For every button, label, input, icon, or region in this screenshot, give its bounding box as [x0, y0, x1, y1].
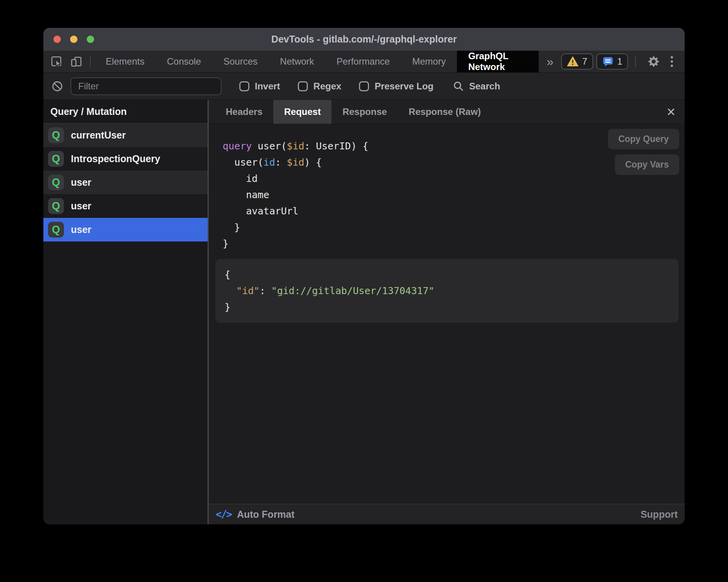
regex-checkbox-group: Regex [298, 81, 341, 92]
list-item-label: currentUser [71, 130, 126, 141]
minimize-window-button[interactable] [70, 36, 77, 43]
list-item-label: user [71, 177, 91, 188]
filter-bar: Invert Regex Preserve Log Search [43, 73, 685, 100]
toolbar-separator [90, 56, 91, 67]
traffic-lights [53, 28, 94, 51]
query-type-badge: Q [48, 198, 64, 214]
message-icon [602, 56, 614, 67]
tab-headers[interactable]: Headers [215, 100, 273, 124]
list-item-user-2[interactable]: Q user [43, 194, 208, 218]
auto-format-button[interactable]: Auto Format [237, 509, 295, 520]
query-type-badge: Q [48, 127, 64, 143]
close-window-button[interactable] [53, 36, 61, 43]
preserve-log-label: Preserve Log [374, 81, 433, 92]
titlebar: DevTools - gitlab.com/-/graphql-explorer [43, 28, 685, 51]
regex-label: Regex [313, 81, 341, 92]
device-toolbar-icon[interactable] [70, 55, 83, 68]
graphql-query-code: query user($id: UserID) { user(id: $id) … [223, 138, 368, 252]
close-icon[interactable]: × [658, 104, 685, 119]
more-tabs-chevron-icon[interactable]: » [539, 51, 561, 72]
search-control[interactable]: Search [453, 80, 500, 92]
copy-query-button[interactable]: Copy Query [608, 129, 679, 149]
support-link[interactable]: Support [640, 509, 678, 520]
toolbar-right-controls: 7 1 [561, 51, 685, 72]
invert-checkbox[interactable] [239, 81, 249, 91]
code-format-icon: </> [216, 508, 232, 520]
detail-tabs: Headers Request Response Response (Raw) … [209, 100, 685, 124]
tab-memory[interactable]: Memory [401, 51, 457, 72]
block-icon[interactable] [51, 80, 64, 92]
tab-elements[interactable]: Elements [94, 51, 156, 72]
list-item-user-3-selected[interactable]: Q user [43, 218, 208, 241]
tab-response-raw[interactable]: Response (Raw) [398, 100, 492, 124]
search-icon [453, 80, 464, 92]
tab-console[interactable]: Console [156, 51, 212, 72]
main-toolbar: Elements Console Sources Network Perform… [43, 51, 685, 73]
list-item-currentuser[interactable]: Q currentUser [43, 123, 208, 147]
request-detail-pane: Headers Request Response Response (Raw) … [209, 100, 685, 524]
warning-count: 7 [582, 56, 587, 67]
controls-separator [635, 56, 636, 67]
list-item-user-1[interactable]: Q user [43, 171, 208, 194]
devtools-panel-tabs: Elements Console Sources Network Perform… [94, 51, 539, 72]
warning-icon [567, 56, 579, 67]
sidebar-header: Query / Mutation [43, 100, 208, 123]
message-count: 1 [617, 56, 622, 67]
tab-graphql-network[interactable]: GraphQL Network [457, 51, 539, 72]
query-variables-panel: { "id": "gid://gitlab/User/13704317"} [215, 259, 678, 323]
query-type-badge: Q [48, 151, 64, 167]
preserve-log-checkbox-group: Preserve Log [359, 81, 433, 92]
tab-network[interactable]: Network [269, 51, 325, 72]
invert-label: Invert [255, 81, 280, 92]
kebab-menu-icon[interactable] [668, 56, 676, 67]
list-item-label: IntrospectionQuery [71, 153, 160, 164]
tab-performance[interactable]: Performance [325, 51, 401, 72]
tab-sources[interactable]: Sources [212, 51, 269, 72]
copy-vars-button[interactable]: Copy Vars [615, 154, 680, 175]
window-title: DevTools - gitlab.com/-/graphql-explorer [43, 34, 685, 45]
messages-badge[interactable]: 1 [596, 53, 628, 70]
gear-icon[interactable] [643, 55, 664, 68]
list-item-introspectionquery[interactable]: Q IntrospectionQuery [43, 147, 208, 171]
copy-buttons: Copy Query Copy Vars [608, 129, 679, 175]
request-tab-body: query user($id: UserID) { user(id: $id) … [209, 124, 685, 504]
tab-request[interactable]: Request [273, 100, 332, 124]
list-item-label: user [71, 224, 91, 235]
fullscreen-window-button[interactable] [87, 36, 94, 43]
tab-response[interactable]: Response [331, 100, 398, 124]
preserve-log-checkbox[interactable] [359, 81, 369, 91]
invert-checkbox-group: Invert [239, 81, 280, 92]
devtools-window: DevTools - gitlab.com/-/graphql-explorer… [43, 28, 685, 524]
regex-checkbox[interactable] [298, 81, 308, 91]
filter-input[interactable] [70, 77, 221, 95]
main-area: Query / Mutation Q currentUser Q Introsp… [43, 100, 685, 524]
query-list-sidebar: Query / Mutation Q currentUser Q Introsp… [43, 100, 208, 524]
toolbar-icons [43, 51, 86, 72]
warnings-badge[interactable]: 7 [561, 53, 593, 70]
inspect-element-icon[interactable] [50, 55, 63, 68]
query-type-badge: Q [48, 222, 64, 238]
query-type-badge: Q [48, 175, 64, 190]
search-label: Search [469, 81, 500, 92]
list-item-label: user [71, 200, 91, 212]
detail-footer: </> Auto Format Support [209, 504, 685, 524]
